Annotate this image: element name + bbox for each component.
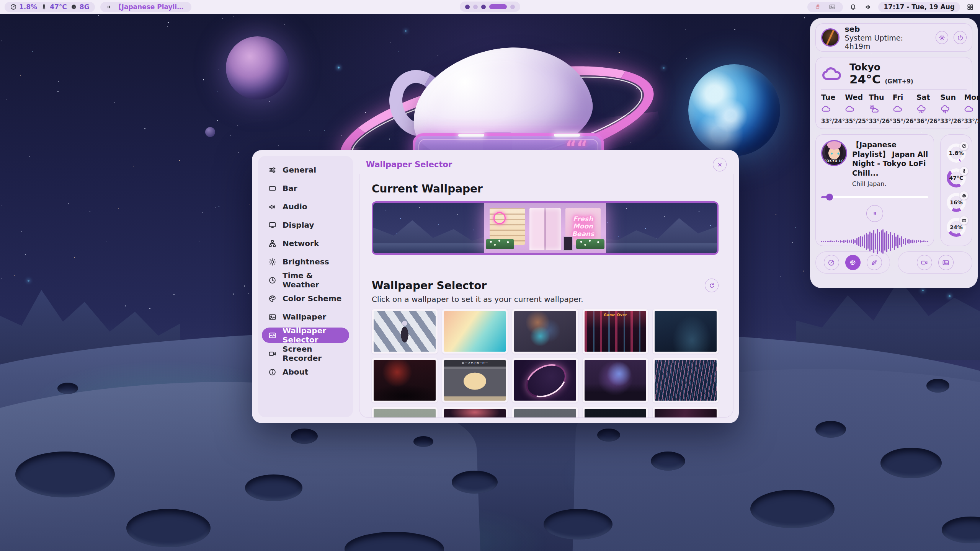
day-temps: 33°/26° (869, 118, 892, 125)
waveform-bar (828, 241, 830, 242)
pause-button[interactable] (866, 205, 883, 222)
sidebar-item-brightness[interactable]: Brightness (262, 254, 349, 269)
sign-highlight (554, 134, 580, 137)
notifications-bell-icon[interactable] (848, 2, 858, 12)
wallpaper-thumb-slate-flat[interactable] (512, 407, 578, 418)
tray-hand-icon[interactable] (813, 2, 823, 12)
waveform-bar (849, 240, 850, 243)
star (125, 305, 126, 306)
wallpaper-thumb-aurora-blur[interactable] (512, 309, 578, 354)
wallpaper-thumb-frozen-keep[interactable] (653, 309, 719, 354)
settings-button[interactable] (936, 31, 949, 44)
seek-slider[interactable] (821, 194, 928, 201)
sidebar-item-general[interactable]: General (262, 162, 349, 178)
waveform-bar (921, 241, 923, 242)
refresh-button[interactable] (705, 279, 719, 292)
sidebar-item-wallpaper[interactable]: Wallpaper (262, 309, 349, 324)
crater (126, 509, 211, 547)
wallpaper-thumb-sage-flat[interactable] (372, 407, 438, 418)
workspace-dot-3[interactable] (481, 5, 486, 9)
star (269, 101, 270, 102)
dashboard-grid-icon[interactable] (965, 2, 975, 12)
wallpaper-thumb-midnight-flat[interactable] (583, 407, 648, 418)
sidebar-item-network[interactable]: Network (262, 236, 349, 251)
sidebar-item-bar[interactable]: Bar (262, 181, 349, 196)
album-art-text: TOKYO LO (822, 160, 846, 163)
star (203, 79, 204, 80)
tray-image-icon[interactable] (827, 2, 838, 12)
waveform-bar (830, 240, 831, 242)
settings-sidebar: GeneralBarAudioDisplayNetworkBrightnessT… (258, 156, 353, 417)
wallpaper-thumb-violet-ring[interactable] (512, 358, 578, 403)
weather-city: Tokyo (849, 62, 913, 73)
crater (926, 379, 949, 393)
close-button[interactable] (713, 158, 727, 171)
sidebar-item-screen-recorder[interactable]: Screen Recorder (262, 346, 349, 361)
scales-icon (849, 259, 856, 266)
wallpaper-art: ローファイコーヒー (444, 360, 506, 401)
waveform-bar (862, 236, 863, 246)
wallpaper-art (374, 311, 436, 352)
star (217, 120, 217, 121)
star (202, 212, 203, 213)
star (133, 166, 134, 166)
wallpaper-grid: Game Overローファイコーヒー (372, 309, 719, 418)
wallpaper-thumb-pink-mesh[interactable] (653, 358, 719, 403)
workspace-dot-5[interactable] (510, 5, 515, 9)
sidebar-item-label: Wallpaper (283, 312, 326, 321)
purple-planet (226, 36, 289, 99)
waveform-bar (871, 233, 872, 250)
wallpaper-thumb-crimson-forest[interactable] (372, 358, 438, 403)
sidebar-item-display[interactable]: Display (262, 217, 349, 233)
waveform-bar (858, 237, 859, 246)
workspace-dot-4[interactable] (489, 4, 507, 9)
now-playing-pill[interactable]: 【Japanese Playlist】 J... (100, 2, 191, 12)
workspace-dot-2[interactable] (473, 5, 478, 9)
wallpaper-thumb-cyberpunk-arcade[interactable]: Game Over (583, 309, 648, 354)
wallpaper-thumb-anime-crosswalk[interactable] (372, 309, 438, 354)
waveform-bar (854, 240, 856, 243)
sign-highlight (458, 134, 484, 137)
refresh-icon (709, 282, 715, 289)
wallpaper-tool-button[interactable] (938, 255, 954, 270)
slider-thumb[interactable] (826, 194, 833, 201)
top-bar-right: 17:17 - Tue, 19 Aug (807, 2, 975, 12)
wallpaper-thumb-plum-gradient[interactable] (653, 407, 719, 418)
power-button[interactable] (954, 31, 967, 44)
volume-icon[interactable] (863, 2, 874, 12)
disk-icon (962, 218, 967, 223)
sidebar-item-label: Time & Weather (283, 271, 343, 289)
day-temps: 33°/24° (821, 118, 845, 125)
waveform-bar (886, 231, 887, 252)
day-temps: 33°/26° (940, 118, 964, 125)
sidebar-item-time-weather[interactable]: Time & Weather (262, 272, 349, 288)
cloud-icon (893, 104, 903, 114)
star (32, 51, 33, 52)
track-title: 【Japanese Playlist】 Japan All Night - To… (852, 140, 928, 178)
wallpaper-thumb-nebula-forest[interactable] (583, 358, 648, 403)
waveform-bar (834, 241, 835, 242)
cloud-weather-icon (893, 104, 916, 116)
wallpaper-thumb-lofi-coffee-shop[interactable]: ローファイコーヒー (442, 358, 508, 403)
bar-icon (268, 184, 276, 192)
clock-pill[interactable]: 17:17 - Tue, 19 Aug (878, 2, 960, 12)
wallpaper-thumb-rose-canopy[interactable] (442, 407, 508, 418)
wallpaper-thumb-pastel-gradient[interactable] (442, 309, 508, 354)
neon-sign-text: Fresh Moon Beans (571, 215, 595, 238)
sidebar-item-color-scheme[interactable]: Color Scheme (262, 291, 349, 306)
waveform-bar (877, 229, 878, 254)
star (98, 15, 99, 16)
waveform-bar (864, 235, 865, 248)
user-card: seb System Uptime: 4h19m (815, 23, 972, 52)
track-artist: Chill Japan. (852, 180, 928, 187)
sidebar-item-about[interactable]: About (262, 364, 349, 380)
forecast-day-sun: Sun33°/26° (940, 93, 964, 125)
waveform-bar (884, 232, 885, 251)
waveform-bar (832, 241, 833, 242)
cloud-icon (821, 104, 831, 114)
crater (544, 509, 612, 540)
workspace-dot-1[interactable] (465, 5, 470, 9)
sidebar-item-audio[interactable]: Audio (262, 199, 349, 214)
sidebar-item-wallpaper-selector[interactable]: Wallpaper Selector (262, 328, 349, 343)
gauge-chip: 16% (947, 193, 966, 212)
